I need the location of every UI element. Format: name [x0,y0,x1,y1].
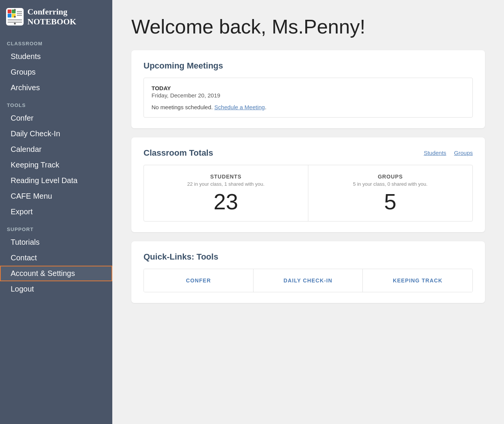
sidebar-item-archives[interactable]: Archives [0,80,112,96]
sidebar-item-daily-checkin[interactable]: Daily Check-In [0,126,112,142]
logo-text: ConferringNOTEBOOK [27,7,76,27]
totals-students-link[interactable]: Students [424,150,446,156]
students-label: STUDENTS [153,174,299,180]
sidebar: ConferringNOTEBOOK CLASSROOM Students Gr… [0,0,112,424]
schedule-meeting-link[interactable]: Schedule a Meeting [214,104,265,110]
svg-point-10 [14,9,16,11]
groups-label: GROUPS [317,174,464,180]
section-label-support: SUPPORT [0,220,112,234]
sidebar-section-support: SUPPORT Tutorials Contact Account & Sett… [0,220,112,297]
sidebar-logo[interactable]: ConferringNOTEBOOK [0,0,112,34]
totals-groups-link[interactable]: Groups [454,150,473,156]
svg-rect-6 [17,13,22,14]
svg-rect-7 [17,15,22,16]
totals-links: Students Groups [418,150,473,156]
logo-icon [6,8,24,26]
svg-rect-9 [8,22,22,23]
upcoming-meetings-title: Upcoming Meetings [144,61,473,71]
totals-title: Classroom Totals [144,148,213,158]
svg-rect-3 [8,14,11,18]
sidebar-item-export[interactable]: Export [0,204,112,220]
meeting-date: Friday, December 20, 2019 [152,92,465,99]
sidebar-section-classroom: CLASSROOM Students Groups Archives [0,34,112,96]
sidebar-item-cafe-menu[interactable]: CAFE Menu [0,188,112,204]
sidebar-item-reading-level-data[interactable]: Reading Level Data [0,173,112,188]
sidebar-item-calendar[interactable]: Calendar [0,142,112,157]
classroom-totals-card: Classroom Totals Students Groups STUDENT… [131,137,485,232]
totals-groups-cell: GROUPS 5 in your class, 0 shared with yo… [308,165,473,221]
svg-rect-5 [17,11,22,12]
quicklink-keeping-track[interactable]: KEEPING TRACK [363,269,472,292]
quicklinks-grid: CONFER DAILY CHECK-IN KEEPING TRACK [144,269,473,292]
svg-rect-8 [8,19,22,21]
section-label-classroom: CLASSROOM [0,34,112,49]
meeting-day-label: TODAY [152,85,465,91]
sidebar-item-keeping-track[interactable]: Keeping Track [0,157,112,173]
groups-sub: 5 in your class, 0 shared with you. [317,181,464,187]
sidebar-item-tutorials[interactable]: Tutorials [0,234,112,250]
sidebar-item-groups[interactable]: Groups [0,64,112,80]
svg-point-12 [14,23,16,25]
section-label-tools: TOOLS [0,96,112,110]
sidebar-sections: CLASSROOM Students Groups Archives TOOLS… [0,34,112,297]
totals-header: Classroom Totals Students Groups [144,148,473,158]
upcoming-meetings-card: Upcoming Meetings TODAY Friday, December… [131,50,485,128]
students-count: 23 [153,191,299,213]
quicklink-confer[interactable]: CONFER [144,269,254,292]
main-content: Welcome back, Ms.Penny! Upcoming Meeting… [112,0,504,424]
sidebar-section-tools: TOOLS Confer Daily Check-In Calendar Kee… [0,96,112,220]
quicklinks-card: Quick-Links: Tools CONFER DAILY CHECK-IN… [131,241,485,303]
sidebar-item-account-settings[interactable]: Account & Settings [0,266,112,281]
svg-rect-1 [8,10,11,13]
sidebar-item-contact[interactable]: Contact [0,250,112,266]
quicklink-daily-checkin[interactable]: DAILY CHECK-IN [254,269,363,292]
svg-point-11 [14,16,16,18]
sidebar-item-students[interactable]: Students [0,49,112,64]
quicklinks-title: Quick-Links: Tools [144,252,473,262]
groups-count: 5 [317,191,464,213]
students-sub: 22 in your class, 1 shared with you. [153,181,299,187]
totals-students-cell: STUDENTS 22 in your class, 1 shared with… [144,165,308,221]
welcome-title: Welcome back, Ms.Penny! [131,15,485,38]
sidebar-item-confer[interactable]: Confer [0,110,112,126]
sidebar-item-logout[interactable]: Logout [0,281,112,297]
meeting-none-text: No meetings scheduled. Schedule a Meetin… [152,104,465,110]
totals-grid: STUDENTS 22 in your class, 1 shared with… [144,165,473,222]
